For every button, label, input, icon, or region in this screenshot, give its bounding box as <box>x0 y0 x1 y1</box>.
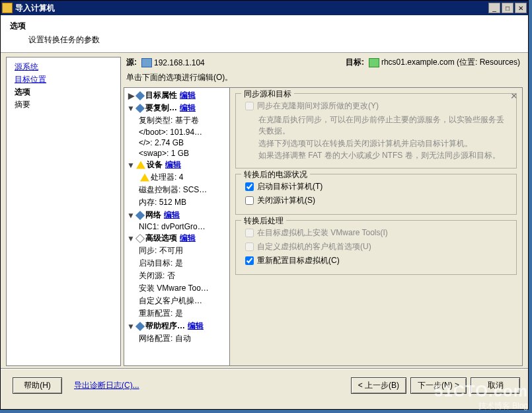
tree-sub-label: <swap>: 1 GB <box>139 149 189 158</box>
tree-header-label: 设备 <box>147 159 163 170</box>
close-button[interactable]: ✕ <box>515 3 527 13</box>
tree-sub-label: 重新配置: 是 <box>139 308 183 319</box>
edit-link[interactable]: 编辑 <box>188 320 204 332</box>
power-legend: 转换后的电源状况 <box>241 169 310 180</box>
sync-help-3: 如果选择调整 FAT 卷的大小或减少 NTFS 卷，则无法同步源和目标。 <box>258 150 510 161</box>
page-title: 选项 <box>10 20 519 32</box>
customize-row: 自定义虚拟机的客户机首选项(U) <box>245 241 510 252</box>
tree-header-label: 目标属性 <box>145 90 177 101</box>
tree-sub-label: 同步: 不可用 <box>139 245 183 256</box>
nav-item-source[interactable]: 源系统 <box>15 61 114 73</box>
tree-sub-item: 复制类型: 基于卷 <box>124 114 229 127</box>
sync-changes-label: 同步在克隆期间对源所做的更改(Y) <box>257 100 379 112</box>
window-title: 导入计算机 <box>15 3 487 14</box>
customize-checkbox <box>245 243 254 251</box>
install-tools-label: 在目标虚拟机上安装 VMware Tools(I) <box>257 227 388 239</box>
tree-sub-label: </boot>: 101.94… <box>139 128 202 137</box>
install-tools-checkbox <box>245 229 254 237</box>
tree-sub-item: 同步: 不可用 <box>124 244 229 257</box>
next-button[interactable]: 下一步(N) > <box>410 377 467 394</box>
tree-header[interactable]: ▼网络编辑 <box>124 209 229 221</box>
tree-sub-label: 启动目标: 是 <box>139 258 183 269</box>
tree-sub-item: 关闭源: 否 <box>124 270 229 282</box>
wizard-nav: 源系统 目标位置 选项 摘要 <box>6 57 121 366</box>
start-target-row: 启动目标计算机(T) <box>245 181 510 192</box>
post-fieldset: 转换后处理 在目标虚拟机上安装 VMware Tools(I) 自定义虚拟机的客… <box>235 220 517 275</box>
tree-sub-item: 自定义客户机操… <box>124 295 229 307</box>
minimize-button[interactable]: _ <box>488 3 500 13</box>
tree-header[interactable]: ▼要复制…编辑 <box>124 102 229 114</box>
expander-icon[interactable]: ▼ <box>127 211 135 220</box>
maximize-button[interactable]: □ <box>502 3 513 13</box>
help-button[interactable]: 帮助(H) <box>13 377 62 394</box>
sync-help-1: 在克隆后执行同步，可以在同步前停止主要的源服务，以实验些服务丢失数据。 <box>258 114 510 137</box>
dest-value: rhcs01.example.com (位置: Resources) <box>381 57 520 68</box>
tree-header[interactable]: ▼高级选项编辑 <box>124 232 229 244</box>
tree-header[interactable]: ▼帮助程序…编辑 <box>124 320 229 332</box>
export-log-link[interactable]: 导出诊断日志(C)... <box>74 380 139 391</box>
app-icon <box>2 3 13 13</box>
reconfig-row: 重新配置目标虚拟机(C) <box>245 255 510 266</box>
tree-header[interactable]: ▼设备编辑 <box>124 159 229 171</box>
edit-link[interactable]: 编辑 <box>180 233 196 244</box>
expander-icon[interactable]: ▶ <box>127 91 135 100</box>
tree-header-label: 帮助程序… <box>145 320 185 332</box>
nav-item-options: 选项 <box>15 87 114 98</box>
edit-link[interactable]: 编辑 <box>164 209 180 221</box>
tree-sub-item: 安装 VMware Too… <box>124 282 229 295</box>
sync-changes-checkbox <box>245 102 254 110</box>
options-tree[interactable]: ▶目标属性编辑▼要复制…编辑复制类型: 基于卷</boot>: 101.94…<… <box>124 88 230 365</box>
diamond-icon <box>135 91 145 100</box>
tree-header-label: 高级选项 <box>145 233 177 244</box>
tree-sub-label: 复制类型: 基于卷 <box>139 115 199 126</box>
server-icon <box>141 58 152 67</box>
cancel-button[interactable]: 取消 <box>471 377 520 394</box>
diamond-icon <box>135 210 145 219</box>
tree-sub-label: 安装 VMware Too… <box>139 283 209 294</box>
post-legend: 转换后处理 <box>241 215 286 227</box>
expander-icon[interactable]: ▼ <box>127 104 135 113</box>
tree-sub-label: 磁盘控制器: SCS… <box>139 184 207 196</box>
tree-sub-item: 处理器: 4 <box>124 171 229 184</box>
nav-item-summary: 摘要 <box>15 99 114 110</box>
edit-link[interactable]: 编辑 <box>180 90 196 101</box>
tree-header[interactable]: ▶目标属性编辑 <box>124 89 229 102</box>
back-button[interactable]: < 上一步(B) <box>351 377 406 394</box>
diamond-icon <box>135 321 145 330</box>
shutdown-source-label[interactable]: 关闭源计算机(S) <box>257 195 315 206</box>
shutdown-source-checkbox[interactable] <box>245 196 254 205</box>
source-label: 源: <box>126 57 137 68</box>
tree-sub-item: 内存: 512 MB <box>124 196 229 209</box>
tree-sub-item: NIC1: dvPortGro… <box>124 221 229 232</box>
source-value: 192.168.1.104 <box>154 58 205 67</box>
reconfig-label[interactable]: 重新配置目标虚拟机(C) <box>257 255 340 266</box>
tree-sub-item: 启动目标: 是 <box>124 257 229 270</box>
edit-link[interactable]: 编辑 <box>165 159 181 170</box>
source-dest-row: 源: 192.168.1.104 目标: rhcs01.example.com … <box>124 57 523 68</box>
nav-item-destination[interactable]: 目标位置 <box>15 74 114 85</box>
expander-icon[interactable]: ▼ <box>127 322 135 331</box>
tree-sub-label: 自定义客户机操… <box>139 295 202 307</box>
tree-sub-item: </boot>: 101.94… <box>124 127 229 137</box>
diamond-icon <box>135 103 145 112</box>
diamond-icon <box>135 233 145 243</box>
body-row: 源系统 目标位置 选项 摘要 源: 192.168.1.104 目标: rhcs… <box>1 53 528 369</box>
reconfig-checkbox[interactable] <box>245 256 254 265</box>
start-target-label[interactable]: 启动目标计算机(T) <box>257 181 323 192</box>
edit-link[interactable]: 编辑 <box>180 102 196 114</box>
titlebar: 导入计算机 _ □ ✕ <box>1 1 528 15</box>
tree-sub-label: 关闭源: 否 <box>139 270 175 282</box>
tree-header-label: 网络 <box>145 209 161 221</box>
window-controls: _ □ ✕ <box>487 3 527 13</box>
shutdown-source-row: 关闭源计算机(S) <box>245 195 510 206</box>
expander-icon[interactable]: ▼ <box>127 161 135 170</box>
expander-icon[interactable]: ▼ <box>127 234 135 243</box>
start-target-checkbox[interactable] <box>245 182 254 191</box>
tree-sub-item: 磁盘控制器: SCS… <box>124 184 229 196</box>
customize-label: 自定义虚拟机的客户机首选项(U) <box>257 241 371 252</box>
detail-row: ▶目标属性编辑▼要复制…编辑复制类型: 基于卷</boot>: 101.94…<… <box>124 87 523 366</box>
page-subtitle: 设置转换任务的参数 <box>10 34 519 46</box>
power-fieldset: 转换后的电源状况 启动目标计算机(T) 关闭源计算机(S) <box>235 174 517 215</box>
warning-icon <box>136 161 145 169</box>
instruction-text: 单击下面的选项进行编辑(O)。 <box>126 72 520 83</box>
